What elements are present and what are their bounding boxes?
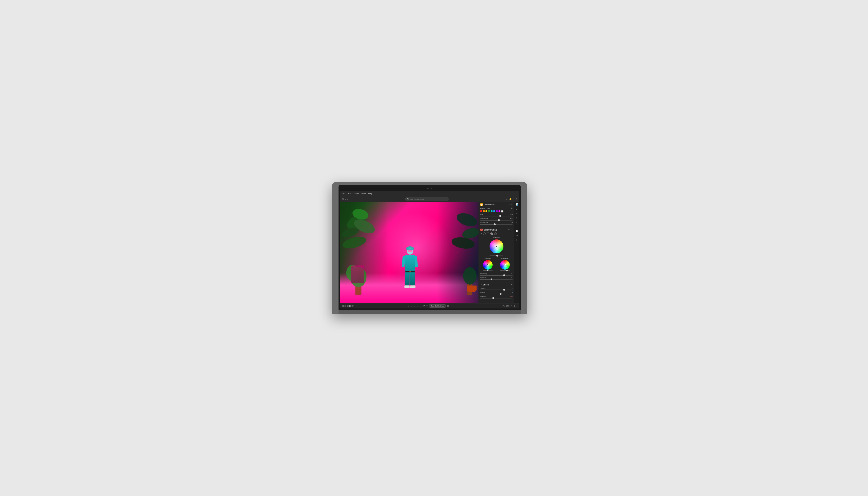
back-button[interactable]: ‹ [345, 198, 346, 200]
brush-icon[interactable]: ✎ [516, 213, 518, 215]
menu-photo[interactable]: Photo [354, 192, 359, 195]
midtones-slider[interactable] [490, 255, 503, 256]
color-mixer-actions: 👁 ⚙ [508, 204, 512, 206]
help-icon[interactable]: ? [516, 198, 517, 200]
color-dot-cyan[interactable] [491, 210, 493, 212]
color-dot-blue[interactable] [493, 210, 495, 212]
color-grading-title: Color Grading [480, 229, 497, 231]
menu-file[interactable]: File [342, 192, 345, 195]
search-bar[interactable]: 🔍 Search All Photos [405, 197, 448, 201]
snapshots-icon[interactable]: ⋯ [516, 226, 518, 228]
texture-value: +74 [510, 287, 512, 289]
effects-visibility-icon[interactable]: 👁 [510, 284, 512, 286]
blending-track[interactable] [480, 275, 512, 276]
color-dot-magenta[interactable] [499, 210, 500, 212]
menu-edit[interactable]: Edit [348, 192, 351, 195]
effects-collapse-icon[interactable]: ▼ [480, 284, 482, 286]
shadows-slider[interactable] [483, 270, 493, 271]
shadows-col: Shadows [483, 258, 493, 271]
bottom-center: ★ ★ ★ ★ ★ ⚑ ⚐ Copy Edit Settings ⚙ [356, 304, 501, 308]
forward-button[interactable]: › [347, 198, 348, 200]
highlights-wheel[interactable] [500, 260, 510, 269]
grid-view-icon[interactable]: ⊞ [514, 305, 515, 307]
highlights-wheel-dot[interactable] [504, 264, 506, 265]
cg-more-icon[interactable]: ⋯ [510, 229, 512, 231]
star-1[interactable]: ★ [408, 305, 410, 307]
search-icon: 🔍 [407, 198, 409, 200]
sort-icon[interactable]: ≡ [351, 305, 353, 307]
view-compare-icon[interactable]: ⊠ [347, 305, 348, 307]
settings-gear-icon[interactable]: ⚙ [447, 305, 449, 307]
balance-track[interactable] [480, 279, 512, 280]
effects-actions: 👁 [510, 284, 512, 286]
history-icon[interactable]: ↺ [516, 221, 518, 223]
midtones-wheel-dot[interactable] [495, 246, 497, 247]
adjust-panel-icon[interactable]: ≡ [516, 208, 517, 210]
texture-track[interactable] [480, 290, 512, 290]
cg-circle-1[interactable] [483, 232, 486, 235]
highlights-wheel-marker[interactable] [506, 266, 507, 267]
color-dot-orange[interactable] [483, 210, 485, 212]
star-3[interactable]: ★ [414, 305, 416, 307]
adjust-dropdown[interactable]: Color ▾ [486, 207, 491, 209]
person-figure [404, 248, 415, 288]
color-dot-yellow[interactable] [486, 210, 487, 212]
histogram-icon[interactable]: 📊 [516, 203, 518, 205]
menu-view[interactable]: View [362, 192, 366, 195]
hue-track[interactable] [480, 216, 512, 216]
color-dot-red[interactable] [480, 210, 482, 212]
color-dot-purple[interactable] [496, 210, 498, 212]
midtones-wheel[interactable] [490, 239, 503, 253]
visibility-icon[interactable]: 👁 [508, 204, 510, 206]
color-dot-green[interactable] [488, 210, 490, 212]
shadows-wheel-marker[interactable] [488, 265, 489, 266]
radial-icon[interactable]: ◎ [516, 217, 518, 219]
cg-link-icon[interactable]: ✦ [480, 232, 482, 235]
blending-value: 74 [511, 273, 512, 275]
color-mixer-title: Color Mixer [480, 203, 494, 206]
mixer-gear-icon[interactable]: ⚙ [511, 207, 512, 209]
comments-icon[interactable]: 💬 [516, 230, 518, 232]
shadows-label: Shadows [485, 258, 491, 259]
star-5[interactable]: ★ [420, 305, 422, 307]
blending-slider-row: Blending 74 [480, 273, 512, 276]
balance-slider-row: Balance -54 [480, 277, 512, 280]
effects-header: ▼ Effects 👁 [480, 284, 512, 286]
keywords-icon[interactable]: 🏷 [516, 234, 518, 237]
copy-edit-settings-button[interactable]: Copy Edit Settings [429, 304, 446, 308]
midtones-wheel-marker[interactable] [496, 248, 498, 250]
clarity-track[interactable] [480, 294, 512, 294]
dehaze-track[interactable] [480, 298, 512, 298]
color-grading-section: Color Grading 👁 ⋯ ✦ [478, 227, 514, 282]
highlights-slider[interactable] [500, 270, 510, 271]
notification-icon[interactable]: 🔔 [509, 198, 512, 200]
luminance-track[interactable] [480, 224, 512, 225]
unflag-icon[interactable]: ⚐ [426, 305, 428, 307]
shadows-wheel[interactable] [483, 260, 493, 269]
zoom-dropdown-icon[interactable]: ▾ [511, 305, 512, 307]
cg-circle-4[interactable] [494, 232, 497, 235]
cg-visibility-icon[interactable]: 👁 [508, 229, 510, 231]
clarity-slider-row: Clarity +26 [480, 291, 512, 294]
svg-point-8 [455, 211, 478, 229]
menu-help[interactable]: Help [368, 192, 373, 195]
flag-icon[interactable]: ⚑ [423, 305, 425, 307]
view-single-icon[interactable]: ⊡ [349, 305, 351, 307]
filter-icon[interactable]: ▼ [506, 198, 508, 200]
laptop-bottom-bezel [338, 310, 521, 314]
cg-circle-3[interactable] [490, 232, 493, 235]
svg-rect-14 [467, 285, 476, 290]
cg-circle-2[interactable] [487, 232, 489, 235]
view-grid2-icon[interactable]: ⊟ [344, 305, 346, 307]
color-dot-white[interactable] [501, 210, 503, 212]
more-icon[interactable]: ⚙ [511, 204, 512, 206]
dehaze-slider-row: Dehaze -43 [480, 295, 512, 298]
sidebar-toggle-icon[interactable]: ⊞ [342, 198, 344, 200]
share-icon[interactable]: ⬆ [513, 198, 515, 200]
star-2[interactable]: ★ [411, 305, 413, 307]
saturation-track[interactable] [480, 220, 512, 220]
info-icon[interactable]: ℹ [517, 239, 517, 241]
sort-dropdown-icon[interactable]: ▾ [353, 305, 354, 307]
view-grid-icon[interactable]: ⊞ [342, 305, 344, 307]
star-4[interactable]: ★ [417, 305, 419, 307]
